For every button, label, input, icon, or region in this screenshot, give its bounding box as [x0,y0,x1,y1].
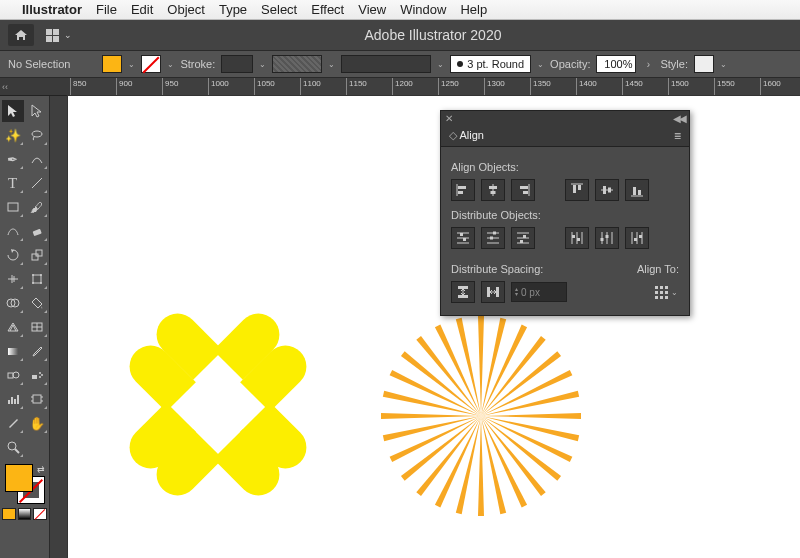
none-mode-button[interactable] [33,508,47,520]
hand-tool[interactable]: ✋ [26,412,48,434]
swap-fill-stroke-icon[interactable]: ⇄ [37,464,45,474]
gradient-tool[interactable] [2,340,24,362]
free-transform-tool[interactable] [26,268,48,290]
menu-type[interactable]: Type [219,2,247,17]
brush-definition-select[interactable]: 3 pt. Round [450,55,531,73]
svg-rect-24 [17,395,19,404]
fill-color-swatch[interactable] [102,55,122,73]
menu-window[interactable]: Window [400,2,446,17]
dist-vcenter-button[interactable] [481,227,505,249]
app-menu[interactable]: Illustrator [22,2,82,17]
lasso-tool[interactable] [26,124,48,146]
magic-wand-tool[interactable]: ✨ [2,124,24,146]
menu-effect[interactable]: Effect [311,2,344,17]
blend-tool[interactable] [2,364,24,386]
dist-vspace-button[interactable] [451,281,475,303]
color-mode-button[interactable] [2,508,16,520]
gradient-mode-button[interactable] [18,508,32,520]
chevron-down-icon[interactable]: ⌄ [537,60,544,69]
dist-right-button[interactable] [625,227,649,249]
svg-rect-25 [33,395,41,403]
eraser-tool[interactable] [26,220,48,242]
ruler-tick: 1100 [300,78,321,95]
panel-tab-align[interactable]: ◇ Align [449,129,484,142]
pen-tool[interactable]: ✒ [2,148,24,170]
chevron-down-icon[interactable]: ⌄ [720,60,727,69]
chevron-down-icon[interactable]: ⌄ [128,60,135,69]
stroke-weight-input[interactable] [221,55,253,73]
horizontal-ruler[interactable]: 8509009501000105011001150120012501300135… [70,78,800,95]
close-panel-icon[interactable]: ✕ [445,113,453,124]
type-tool[interactable]: T [2,172,24,194]
chevron-down-icon[interactable]: ⌄ [437,60,444,69]
align-hcenter-button[interactable] [481,179,505,201]
width-tool[interactable] [2,268,24,290]
shape-builder-tool[interactable] [2,292,24,314]
live-paint-bucket-tool[interactable] [26,292,48,314]
selection-tool[interactable] [2,100,24,122]
artboard[interactable]: ➤ [68,96,800,558]
dist-top-button[interactable] [451,227,475,249]
paintbrush-tool[interactable]: 🖌 [26,196,48,218]
scale-tool[interactable] [26,244,48,266]
next-style-icon[interactable]: › [642,58,654,70]
eyedropper-tool[interactable] [26,340,48,362]
svg-rect-23 [14,399,16,404]
opacity-input[interactable]: 100% [596,55,636,73]
panel-menu-icon[interactable]: ≡ [674,129,681,143]
column-graph-tool[interactable] [2,388,24,410]
artboard-tool[interactable] [26,388,48,410]
svg-point-7 [32,274,34,276]
align-to-selection-button[interactable]: ⌄ [653,281,679,303]
heart-shape[interactable] [178,301,258,373]
home-button[interactable] [8,24,34,46]
svg-point-16 [13,372,19,378]
symbol-sprayer-tool[interactable] [26,364,48,386]
perspective-grid-tool[interactable] [2,316,24,338]
svg-rect-65 [577,238,580,241]
fill-stroke-indicator[interactable]: ⇄ [5,464,45,504]
spacing-value-input[interactable]: ▴▾0 px [511,282,567,302]
dist-hspace-button[interactable] [481,281,505,303]
brush-definition-bg[interactable] [341,55,431,73]
graphic-style-swatch[interactable] [694,55,714,73]
starburst-shape[interactable] [378,316,578,516]
shaper-tool[interactable] [2,220,24,242]
document-title: Adobe Illustrator 2020 [74,27,792,43]
align-top-button[interactable] [565,179,589,201]
menu-edit[interactable]: Edit [131,2,153,17]
heart-shape[interactable] [178,436,258,508]
rotate-tool[interactable] [2,244,24,266]
chevron-down-icon[interactable]: ⌄ [167,60,174,69]
stroke-color-swatch[interactable] [141,55,161,73]
rectangle-tool[interactable] [2,196,24,218]
align-left-button[interactable] [451,179,475,201]
align-right-button[interactable] [511,179,535,201]
menu-file[interactable]: File [96,2,117,17]
dist-left-button[interactable] [565,227,589,249]
doc-layout-button[interactable]: ⌄ [44,25,74,45]
mesh-tool[interactable] [26,316,48,338]
chevron-down-icon[interactable]: ⌄ [328,60,335,69]
menu-object[interactable]: Object [167,2,205,17]
line-segment-tool[interactable] [26,172,48,194]
menu-help[interactable]: Help [460,2,487,17]
dist-bottom-button[interactable] [511,227,535,249]
align-bottom-button[interactable] [625,179,649,201]
curvature-tool[interactable] [26,148,48,170]
align-vcenter-button[interactable] [595,179,619,201]
zoom-tool[interactable] [2,436,24,458]
chevron-down-icon[interactable]: ⌄ [259,60,266,69]
vertical-ruler[interactable] [50,96,68,558]
ruler-origin[interactable]: ‹‹ [0,78,70,95]
dist-hcenter-button[interactable] [595,227,619,249]
fill-box[interactable] [5,464,33,492]
collapse-panel-icon[interactable]: ◀◀ [673,113,685,124]
heart-shape[interactable] [247,367,319,447]
direct-selection-tool[interactable] [26,100,48,122]
menu-view[interactable]: View [358,2,386,17]
heart-shape[interactable] [117,367,189,447]
slice-tool[interactable] [2,412,24,434]
variable-width-profile[interactable] [272,55,322,73]
menu-select[interactable]: Select [261,2,297,17]
